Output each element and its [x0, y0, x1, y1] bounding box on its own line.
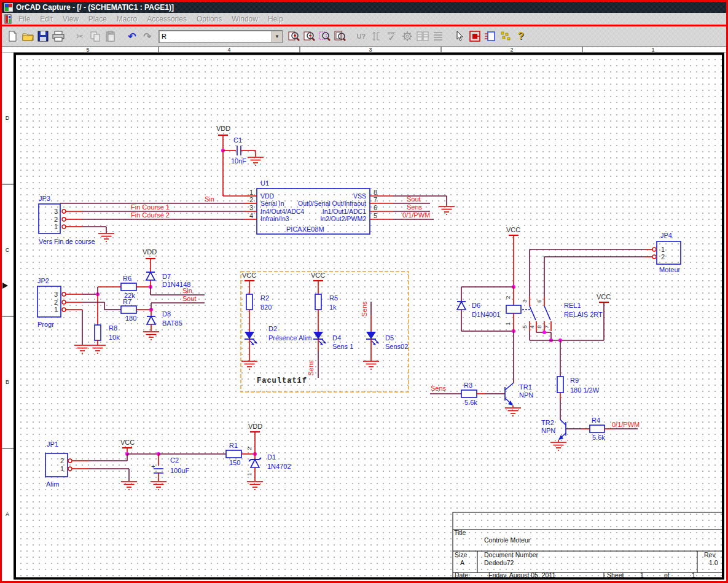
ground-icon — [74, 345, 90, 353]
ground-icon — [151, 482, 166, 490]
edit-part-icon[interactable] — [483, 29, 497, 43]
menu-view[interactable]: View — [58, 14, 83, 24]
net-label-sens: Sens — [431, 385, 447, 392]
r3-ref: R3 — [464, 381, 472, 389]
jp3-pin: 2 — [54, 216, 58, 223]
u1-pin-name: Serial In — [260, 200, 284, 207]
open-folder-icon[interactable] — [21, 29, 34, 43]
bom-icon[interactable] — [431, 29, 445, 43]
copy-icon[interactable] — [88, 29, 102, 43]
resistor-r8 — [95, 325, 101, 340]
capacitor-c1[interactable]: VDD C1 10nF — [216, 125, 264, 196]
c2-value: 100uF — [170, 467, 189, 474]
drc-check-icon[interactable]: DRC✓ — [385, 29, 399, 43]
d4-value: Sens 1 — [332, 343, 353, 350]
zoom-out-icon[interactable] — [302, 29, 316, 43]
menu-place[interactable]: Place — [84, 14, 111, 24]
menu-help[interactable]: Help — [264, 14, 288, 24]
print-icon[interactable] — [52, 29, 65, 43]
svg-text:4: 4 — [227, 47, 230, 53]
d1-ref: D1 — [267, 453, 276, 461]
help-icon[interactable]: ? — [514, 29, 528, 43]
select-arrow-icon[interactable] — [453, 29, 466, 43]
optional-led-box[interactable]: Facultatif VCC R2 820 D2 Présence Alim V… — [241, 272, 409, 392]
d5-ref: D5 — [385, 334, 394, 342]
ic-u1-picaxe08m[interactable]: U1 PICAXE08M 1 2 3 4 VDD Serial In In4/O… — [245, 179, 393, 234]
resistor-r3 — [461, 390, 477, 397]
u1-pin-name: Out0/Serial Out/Infraout — [298, 200, 366, 207]
snap-to-grid-icon[interactable] — [499, 29, 512, 43]
u1-pin-name: VSS — [353, 192, 366, 200]
ground-icon — [248, 157, 264, 165]
zoom-in-icon[interactable] — [287, 29, 300, 43]
combo-value: R — [159, 33, 166, 40]
vcc-label: VCC — [242, 272, 256, 279]
menu-window[interactable]: Window — [227, 14, 262, 24]
svg-text:B: B — [6, 379, 9, 385]
jp2-pin: 2 — [54, 299, 58, 306]
net-label-sin: Sin — [182, 287, 192, 294]
toolbar-separator — [447, 29, 451, 43]
vdd-label: VDD — [248, 423, 262, 430]
titleblock-size-label: Size — [455, 551, 468, 558]
schematic-canvas[interactable]: 5 4 3 2 1 D C B A — [2, 47, 726, 581]
schematic-workspace[interactable]: 5 4 3 2 1 D C B A — [2, 47, 726, 581]
svg-text:A: A — [6, 511, 9, 517]
document-icon — [3, 14, 13, 24]
r5-value: 1k — [329, 303, 337, 311]
vcc-label: VCC — [120, 439, 135, 446]
chevron-down-icon[interactable]: ▼ — [272, 31, 282, 42]
jp1-pin: 1 — [60, 465, 64, 472]
vcc-label: VCC — [597, 293, 611, 300]
save-icon[interactable] — [36, 29, 50, 43]
u1-pin-name: In1/Out1/ADC1 — [323, 208, 366, 215]
zoom-all-icon[interactable] — [333, 29, 346, 43]
zoom-area-icon[interactable] — [318, 29, 331, 43]
connector-jp2-cluster[interactable]: JP2 3 2 1 Progr R6 22k — [37, 248, 205, 353]
rel1-coil-pin: 2 — [504, 295, 511, 299]
cut-icon[interactable]: ✂ — [73, 29, 87, 43]
r6-ref: R6 — [123, 275, 131, 282]
title-bar: OrCAD Capture - [/ - (SCHEMATIC1 : PAGE1… — [2, 2, 726, 13]
toolbar-separator — [67, 29, 71, 43]
ground-icon — [121, 482, 137, 490]
r2-value: 820 — [260, 303, 272, 311]
net-label-fin-course-2: Fin Course 2 — [131, 211, 170, 219]
back-annotate-icon[interactable] — [370, 29, 383, 43]
titleblock-total: 1 — [692, 571, 695, 579]
redo-icon[interactable]: ↷ — [141, 29, 154, 43]
titleblock-rev-label: Rev — [704, 551, 716, 558]
u1-pin-number: 7 — [374, 196, 377, 203]
menu-options[interactable]: Options — [192, 14, 226, 24]
cross-reference-icon[interactable] — [416, 29, 429, 43]
c1-ref: C1 — [233, 136, 242, 144]
power-input-cluster[interactable]: JP1 2 1 Alim VCC — [45, 423, 291, 490]
annotate-icon[interactable]: U? — [354, 29, 368, 43]
connector-jp4[interactable]: JP4 1 2 Moteur — [652, 232, 681, 273]
titleblock-date: Friday, August 05, 2011 — [488, 571, 556, 579]
titleblock-sheet-label: Sheet — [607, 571, 624, 579]
jp4-pin: 1 — [661, 246, 665, 253]
part-search-combobox[interactable]: R ▼ — [159, 30, 283, 43]
netlist-gear-icon[interactable] — [401, 29, 414, 43]
ground-icon — [439, 206, 455, 214]
menu-file[interactable]: File — [14, 14, 34, 24]
u1-net-wires[interactable]: Sin Sout Sens 0/1/PWM — [60, 195, 455, 219]
relay-cluster[interactable]: VCC D6 D1N4001 2 1 REL1 — [457, 226, 652, 383]
title-block: Title Controle Moteur Size A Document Nu… — [453, 512, 723, 579]
menu-macro[interactable]: Macro — [112, 14, 141, 24]
place-part-icon[interactable] — [468, 29, 482, 43]
net-label-sout: Sout — [182, 295, 197, 302]
u1-pin-name: In2/Out2/PWM2 — [320, 215, 366, 222]
new-document-icon[interactable] — [6, 29, 19, 43]
rel1-coil-pin: 1 — [504, 322, 511, 325]
led-d4 — [313, 332, 326, 345]
titleblock-docnum-label: Document Number — [484, 551, 539, 558]
transistor-tr1-cluster[interactable]: Sens R3 5.6k TR1 NPN — [430, 381, 533, 416]
paste-icon[interactable] — [104, 29, 117, 43]
menu-accessories[interactable]: Accessories — [143, 14, 191, 24]
transistor-tr2-cluster[interactable]: R9 180 1/2W TR2 NPN R4 5.6k 0/1/PW — [541, 340, 640, 450]
titleblock-of: of — [664, 571, 670, 579]
menu-edit[interactable]: Edit — [36, 14, 57, 24]
undo-icon[interactable]: ↶ — [125, 29, 139, 43]
